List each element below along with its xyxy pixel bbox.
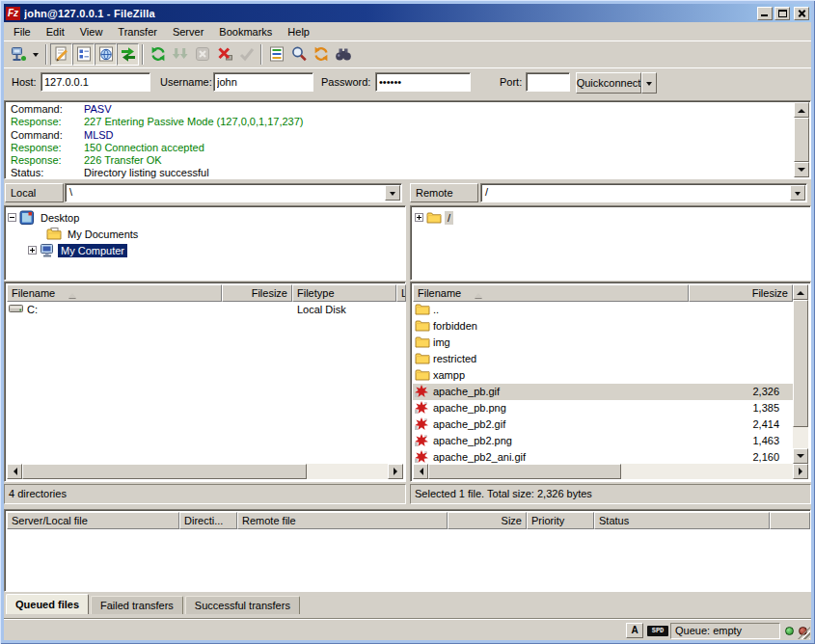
minimize-button[interactable] bbox=[757, 7, 773, 20]
tree-item-my-computer[interactable]: My Computer bbox=[28, 242, 127, 258]
port-input[interactable] bbox=[526, 72, 570, 92]
cancel-operation-button[interactable] bbox=[191, 43, 213, 66]
column-header-lastmodified[interactable]: L bbox=[396, 284, 406, 302]
queue-column-remote-file[interactable]: Remote file bbox=[237, 512, 448, 529]
toggle-remote-tree-button[interactable] bbox=[95, 43, 117, 66]
column-header-filename[interactable]: Filename bbox=[413, 284, 689, 302]
queue-view-icon bbox=[120, 45, 137, 63]
tab-successful-transfers[interactable]: Successful transfers bbox=[185, 596, 300, 614]
remote-vertical-scrollbar[interactable] bbox=[793, 284, 808, 464]
queue-column-priority[interactable]: Priority bbox=[527, 512, 594, 529]
expand-icon[interactable] bbox=[415, 213, 423, 222]
tree-item-desktop[interactable]: Desktop bbox=[8, 209, 82, 226]
toggle-local-tree-button[interactable] bbox=[72, 43, 95, 66]
toggle-transfer-queue-button[interactable] bbox=[117, 43, 139, 66]
status-bar: A SPD Queue: empty bbox=[4, 618, 811, 640]
file-row[interactable]: apache_pb2.png 1,463 bbox=[413, 433, 793, 449]
menu-bookmarks[interactable]: Bookmarks bbox=[211, 24, 280, 40]
password-label: Password: bbox=[321, 76, 370, 88]
queue-column-server-local-file[interactable]: Server/Local file bbox=[7, 512, 179, 529]
menu-help[interactable]: Help bbox=[280, 24, 317, 40]
log-scrollbar[interactable] bbox=[794, 102, 809, 177]
image-file-icon bbox=[415, 417, 428, 431]
disconnect-button[interactable] bbox=[213, 43, 235, 66]
site-manager-dropdown-button[interactable] bbox=[29, 43, 42, 66]
toolbar-separator bbox=[142, 44, 144, 65]
combo-dropdown-button[interactable] bbox=[790, 185, 805, 201]
scroll-up-button[interactable] bbox=[793, 284, 808, 300]
file-row[interactable]: xampp bbox=[413, 367, 793, 384]
file-row[interactable]: img bbox=[413, 335, 793, 351]
remote-horizontal-scrollbar[interactable] bbox=[413, 464, 808, 479]
data-type-indicator[interactable]: A bbox=[626, 623, 643, 638]
column-header-filesize[interactable]: Filesize bbox=[222, 284, 292, 302]
host-input[interactable] bbox=[41, 72, 150, 92]
synchronized-browsing-button[interactable] bbox=[310, 43, 332, 66]
expand-icon[interactable] bbox=[28, 246, 37, 255]
quickconnect-button[interactable]: Quickconnect bbox=[576, 72, 641, 94]
speed-limit-icon[interactable]: SPD bbox=[647, 626, 668, 636]
scroll-down-button[interactable] bbox=[793, 448, 808, 464]
local-horizontal-scrollbar[interactable] bbox=[7, 464, 403, 479]
receive-indicator-led bbox=[785, 627, 794, 635]
file-row[interactable]: C: Local Disk bbox=[7, 302, 403, 318]
combo-dropdown-button[interactable] bbox=[385, 185, 400, 201]
scroll-down-button[interactable] bbox=[794, 162, 809, 177]
maximize-button[interactable] bbox=[774, 7, 790, 20]
quickconnect-dropdown-button[interactable] bbox=[641, 72, 657, 94]
filter-button[interactable] bbox=[265, 43, 287, 66]
password-input[interactable] bbox=[375, 72, 471, 92]
reconnect-button[interactable] bbox=[235, 43, 258, 66]
file-row[interactable]: apache_pb2.gif 2,414 bbox=[413, 416, 793, 433]
tree-item-root[interactable]: / bbox=[415, 209, 453, 226]
remote-status-text: Selected 1 file. Total size: 2,326 bytes bbox=[410, 484, 811, 504]
find-files-button[interactable] bbox=[332, 43, 354, 66]
queue-column-direction[interactable]: Directi... bbox=[179, 512, 237, 529]
username-input[interactable] bbox=[213, 72, 313, 92]
menu-server[interactable]: Server bbox=[165, 24, 211, 40]
tree-item-my-documents[interactable]: My Documents bbox=[43, 226, 141, 242]
collapse-icon[interactable] bbox=[8, 213, 16, 222]
menu-file[interactable]: File bbox=[6, 24, 39, 40]
scroll-left-button[interactable] bbox=[413, 464, 428, 479]
scroll-left-button[interactable] bbox=[7, 464, 22, 479]
scroll-right-button[interactable] bbox=[388, 464, 403, 479]
local-site-combobox[interactable]: \ bbox=[65, 183, 402, 202]
scroll-up-button[interactable] bbox=[794, 102, 809, 118]
menu-transfer[interactable]: Transfer bbox=[110, 24, 165, 40]
process-queue-button[interactable] bbox=[169, 43, 191, 66]
tab-failed-transfers[interactable]: Failed transfers bbox=[91, 596, 183, 614]
menu-edit[interactable]: Edit bbox=[39, 24, 72, 40]
file-row[interactable]: forbidden bbox=[413, 318, 793, 335]
toggle-message-log-button[interactable] bbox=[50, 43, 72, 66]
queue-column-size[interactable]: Size bbox=[448, 512, 527, 529]
scroll-thumb[interactable] bbox=[22, 464, 307, 479]
column-header-filetype[interactable]: Filetype bbox=[292, 284, 396, 302]
file-row[interactable]: .. bbox=[413, 302, 793, 318]
file-row[interactable]: apache_pb.png 1,385 bbox=[413, 400, 793, 416]
queue-column-status[interactable]: Status bbox=[594, 512, 770, 529]
scroll-thumb[interactable] bbox=[428, 464, 621, 479]
file-row[interactable]: apache_pb2_ani.gif 2,160 bbox=[413, 449, 793, 464]
my-documents-icon bbox=[46, 228, 62, 240]
column-header-filesize[interactable]: Filesize bbox=[689, 284, 793, 302]
refresh-button[interactable] bbox=[147, 43, 169, 66]
scroll-thumb[interactable] bbox=[793, 300, 808, 427]
remote-site-combobox[interactable]: / bbox=[480, 183, 807, 202]
tab-queued-files[interactable]: Queued files bbox=[6, 594, 89, 614]
scroll-right-button[interactable] bbox=[793, 464, 808, 479]
directory-comparison-button[interactable] bbox=[287, 43, 310, 66]
column-header-filename[interactable]: Filename bbox=[7, 284, 222, 302]
username-label: Username: bbox=[160, 76, 212, 88]
scroll-thumb[interactable] bbox=[794, 118, 809, 162]
close-button[interactable] bbox=[794, 7, 809, 20]
binoculars-icon bbox=[335, 45, 352, 63]
title-bar[interactable]: Fz john@127.0.0.1 - FileZilla bbox=[4, 4, 811, 22]
client-area: File Edit View Transfer Server Bookmarks… bbox=[4, 22, 811, 640]
file-row[interactable]: restricted bbox=[413, 351, 793, 367]
site-manager-button[interactable] bbox=[7, 43, 29, 66]
file-row-selected[interactable]: apache_pb.gif 2,326 bbox=[413, 384, 793, 400]
message-log: Command:PASV Response:227 Entering Passi… bbox=[4, 100, 811, 179]
menu-view[interactable]: View bbox=[72, 24, 111, 40]
remote-file-list: Filename Filesize .. forbidden img bbox=[410, 282, 811, 482]
